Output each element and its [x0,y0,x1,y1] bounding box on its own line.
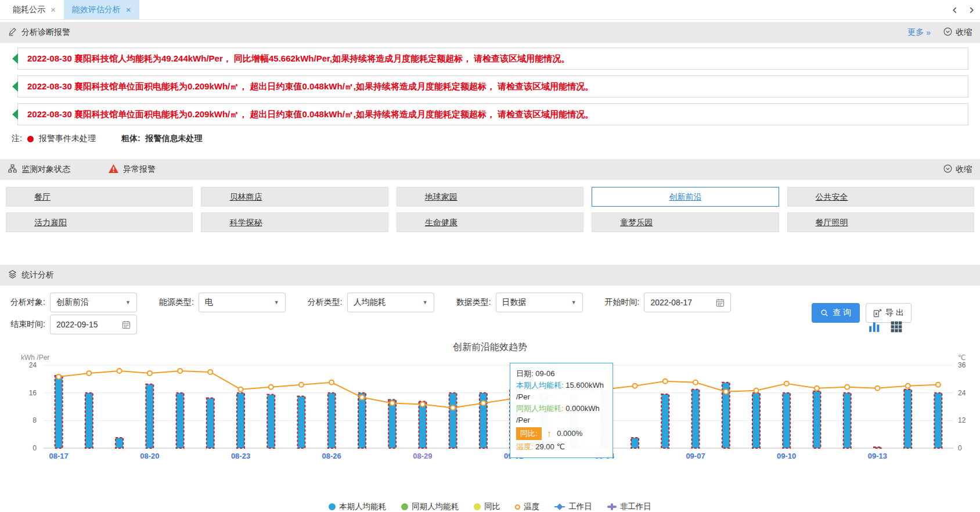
alert-marker-icon [12,53,18,64]
monitor-object-button[interactable]: 餐厅照明 [787,212,974,232]
search-icon [820,309,828,317]
tooltip-current-row: 本期人均能耗: 15.600kWh /Per [516,380,607,403]
legend-item[interactable]: 温度 [515,502,539,512]
note-prefix: 注: [12,134,22,144]
chart-plot[interactable]: 0816240122436kWh /Per℃08-1708-2008-2308-… [0,354,980,500]
chevron-down-icon: ▼ [125,300,131,305]
alarm-note: 注: 报警事件未处理 粗体: 报警信息未处理 [0,131,980,151]
action-buttons: 查 询 导 出 [812,303,911,323]
monitor-object-button[interactable]: 创新前沿 [592,187,779,207]
tooltip-date: 日期: 09-06 [516,368,607,380]
bar-chart-view-icon[interactable] [868,320,881,333]
monitor-section: 监测对象状态 异常报警 收缩 餐厅贝林商店地球家园创新前沿公共安全活力襄阳科学探… [0,159,980,239]
tab[interactable]: 能效评估分析× [64,0,139,19]
chart-view-toggles [868,320,903,333]
close-icon[interactable]: × [126,5,131,15]
tooltip-yoy-row: 同比:↑0.000% [516,427,607,440]
export-button[interactable]: 导 出 [866,303,911,323]
tabbar: 能耗公示×能效评估分析× [0,0,980,20]
chevron-circle-icon [943,164,952,175]
alert-row: 2022-08-30 襄阳科技馆单位面积电能耗为0.209kWh/㎡， 超出日约… [17,103,968,125]
monitor-section-header: 监测对象状态 异常报警 收缩 [0,159,980,180]
close-icon[interactable]: × [51,5,56,15]
svg-text:09-13: 09-13 [868,452,887,460]
stats-section-title: 统计分析 [21,270,54,280]
svg-text:08-20: 08-20 [140,452,159,460]
chart-tooltip: 日期: 09-06 本期人均能耗: 15.600kWh /Per 同期人均能耗:… [510,363,613,458]
tab-scroll-left-icon[interactable] [951,6,959,14]
legend-marker-icon [401,503,408,510]
monitor-collapse-button[interactable]: 收缩 [943,164,972,175]
monitor-object-button[interactable]: 公共安全 [787,187,974,207]
svg-text:09-07: 09-07 [686,452,705,460]
monitor-object-button[interactable]: 生命健康 [397,212,583,232]
svg-text:08-26: 08-26 [322,452,341,460]
more-link[interactable]: 更多» [907,27,931,38]
alert-list: 2022-08-30 襄阳科技馆人均能耗为49.244kWh/Per， 同比增幅… [0,43,980,125]
chevron-down-icon: ▼ [423,300,428,305]
chart-legend: 本期人均能耗同期人均能耗同比温度工作日非工作日 [0,500,980,512]
legend-item[interactable]: 工作日 [554,502,592,512]
legend-item[interactable]: 同比 [474,502,500,512]
legend-marker-icon [554,504,565,510]
tab-scroll-right-icon[interactable] [968,6,975,14]
monitor-object-button[interactable]: 活力襄阳 [6,212,193,232]
legend-marker-icon [474,503,481,510]
monitor-object-button[interactable]: 贝林商店 [201,187,388,207]
svg-text:08-29: 08-29 [413,452,432,460]
data-type-field: 数据类型: 日数据▼ [456,293,583,312]
alert-row: 2022-08-30 襄阳科技馆人均能耗为49.244kWh/Per， 同比增幅… [17,48,968,70]
analysis-type-select[interactable]: 人均能耗▼ [347,293,434,312]
sitemap-icon [8,164,17,175]
svg-text:08-17: 08-17 [49,452,68,460]
legend-item[interactable]: 非工作日 [607,502,651,512]
svg-text:16: 16 [29,389,37,397]
layers-icon [8,270,17,280]
red-dot-icon [27,136,34,142]
calendar-icon [716,298,725,307]
export-icon [873,309,882,318]
tooltip-temp-row: 温度: 29.00 ℃ [516,441,607,453]
legend-marker-icon [515,504,520,510]
chart: 创新前沿能效趋势 0816240122436kWh /Per℃08-1708-2… [0,340,980,512]
monitor-object-button[interactable]: 地球家园 [397,187,583,207]
chevron-down-icon: ▼ [274,300,279,305]
analysis-object-select[interactable]: 创新前沿▼ [50,293,137,312]
svg-text:24: 24 [958,389,966,397]
calendar-icon [122,320,131,329]
monitor-object-button[interactable]: 童梦乐园 [592,212,779,232]
svg-text:kWh /Per: kWh /Per [21,354,49,362]
chevron-down-icon: ▼ [571,300,577,305]
note-dot-text: 报警事件未处理 [39,134,96,144]
alarm-collapse-button[interactable]: 收缩 [943,27,972,38]
legend-marker-icon [607,503,617,510]
legend-item[interactable]: 本期人均能耗 [329,502,386,512]
energy-type-field: 能源类型: 电▼ [159,293,286,312]
end-time-field: 结束时间: 2022-09-15 [10,315,137,334]
chart-title: 创新前沿能效趋势 [0,340,980,354]
legend-item[interactable]: 同期人均能耗 [401,502,459,512]
data-type-select[interactable]: 日数据▼ [496,293,583,312]
note-bold-label: 粗体: [121,134,140,144]
query-button[interactable]: 查 询 [812,303,860,323]
stats-section-header: 统计分析 [0,265,980,286]
legend-marker-icon [329,503,336,510]
table-view-icon[interactable] [890,320,903,333]
energy-type-select[interactable]: 电▼ [199,293,286,312]
svg-text:℃: ℃ [958,354,965,362]
app-window: 能耗公示×能效评估分析× 分析诊断报警 更多» 收缩 202 [0,0,980,512]
monitor-object-button[interactable]: 科学探秘 [201,212,388,232]
svg-text:0: 0 [958,444,962,452]
start-time-input[interactable]: 2022-08-17 [644,293,731,312]
alert-row: 2022-08-30 襄阳科技馆单位面积电能耗为0.209kWh/㎡， 超出日约… [17,75,968,98]
end-time-input[interactable]: 2022-09-15 [50,315,137,334]
tab[interactable]: 能耗公示× [5,0,64,19]
analysis-type-field: 分析类型: 人均能耗▼ [308,293,434,312]
svg-text:08-23: 08-23 [231,452,250,460]
trend-up-icon: ↑ [547,429,552,439]
warning-icon [109,164,118,175]
svg-text:24: 24 [29,361,37,369]
monitor-object-button[interactable]: 餐厅 [6,187,193,207]
alarm-section-header: 分析诊断报警 更多» 收缩 [0,22,980,43]
alarm-section-title: 分析诊断报警 [21,27,70,38]
